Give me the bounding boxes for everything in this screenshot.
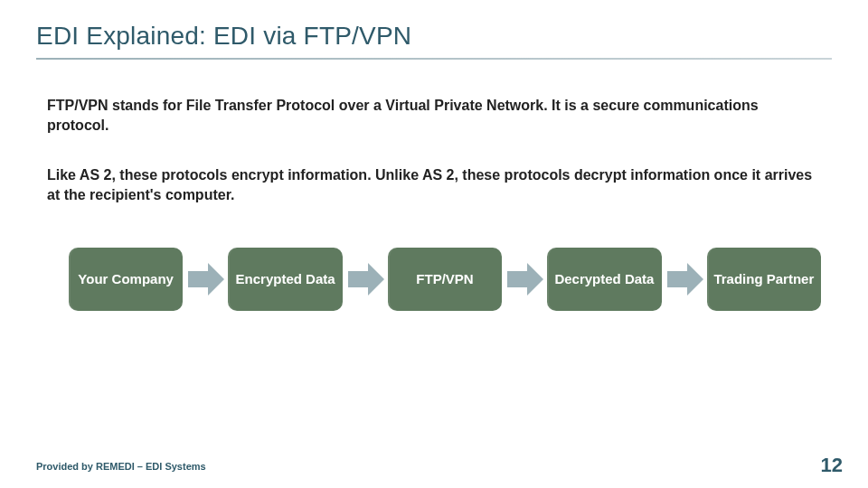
arrow-icon <box>348 263 382 296</box>
flow-node-decrypted-data: Decrypted Data <box>547 248 661 311</box>
flow-node-ftp-vpn: FTP/VPN <box>388 248 502 311</box>
paragraph-2: Like AS 2, these protocols encrypt infor… <box>47 165 821 204</box>
flow-node-your-company: Your Company <box>69 248 183 311</box>
footer-text: Provided by REMEDI – EDI Systems <box>36 461 206 472</box>
slide: EDI Explained: EDI via FTP/VPN FTP/VPN s… <box>0 0 868 488</box>
flow-node-trading-partner: Trading Partner <box>707 248 821 311</box>
slide-body: FTP/VPN stands for File Transfer Protoco… <box>36 96 832 311</box>
arrow-icon <box>507 263 542 296</box>
page-number: 12 <box>821 454 843 477</box>
arrow-icon <box>188 263 222 296</box>
slide-title: EDI Explained: EDI via FTP/VPN <box>36 22 832 51</box>
title-underline <box>36 58 832 60</box>
flow-diagram: Your Company Encrypted Data FTP/VPN Decr… <box>47 248 821 311</box>
arrow-icon <box>667 263 702 296</box>
flow-node-encrypted-data: Encrypted Data <box>228 248 342 311</box>
paragraph-1: FTP/VPN stands for File Transfer Protoco… <box>47 96 821 135</box>
